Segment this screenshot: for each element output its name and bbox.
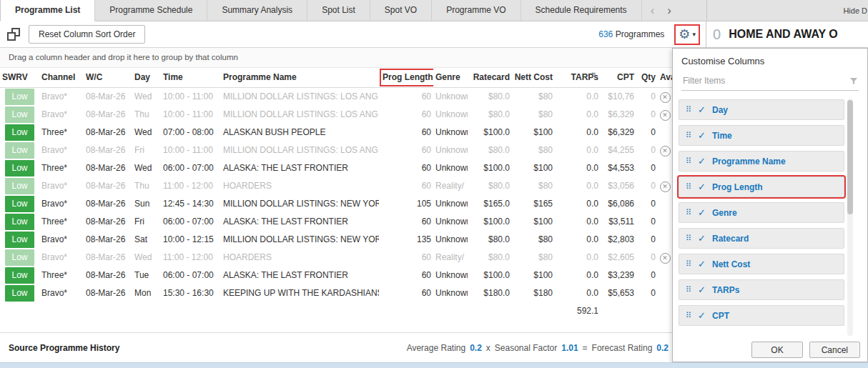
table-row[interactable]: Low Bravo* 08-Mar-26 Sat 10:00 - 12:15 M… <box>0 231 672 249</box>
exclude-icon[interactable]: ✕ <box>660 92 671 103</box>
panel-scrollbar[interactable] <box>847 99 853 336</box>
column-item[interactable]: ⠿ ✓ CPT <box>679 305 844 326</box>
forecast-rating-label: Forecast Rating <box>592 343 653 353</box>
cell-ratecard: $80.0 <box>468 249 512 267</box>
cell-wc: 08-Mar-26 <box>84 231 132 249</box>
gear-icon: ⚙ <box>679 28 690 41</box>
header-programme-name[interactable]: Programme Name <box>221 68 379 87</box>
cell-nett-cost: $80 <box>512 249 555 267</box>
header-ratecard[interactable]: Ratecard <box>468 68 512 87</box>
drag-handle-icon[interactable]: ⠿ <box>686 285 691 294</box>
drag-handle-icon[interactable]: ⠿ <box>686 311 691 320</box>
check-icon[interactable]: ✓ <box>698 130 706 141</box>
check-icon[interactable]: ✓ <box>698 181 706 192</box>
cell-wc: 08-Mar-26 <box>84 124 132 141</box>
cell-cpt: $3,239 <box>601 267 636 284</box>
column-item[interactable]: ⠿ ✓ Nett Cost <box>679 254 844 274</box>
drag-handle-icon[interactable]: ⠿ <box>686 105 691 114</box>
header-genre[interactable]: Genre <box>433 68 468 87</box>
table-row[interactable]: Low Three* 08-Mar-26 Tue 06:00 - 07:00 A… <box>0 267 672 284</box>
cell-time: 07:00 - 08:00 <box>161 124 221 141</box>
tab[interactable]: Spot List <box>307 0 370 21</box>
header-cpt[interactable]: CPT <box>601 68 636 87</box>
drag-handle-icon[interactable]: ⠿ <box>686 259 691 269</box>
tab[interactable]: Schedule Requirements <box>521 0 642 21</box>
column-item-list: ⠿ ✓ Day ⠿ ✓ Time ⠿ ✓ Programme Name ⠿ ✓ … <box>673 98 867 326</box>
drag-handle-icon[interactable]: ⠿ <box>686 208 691 217</box>
horizontal-scrollbar[interactable] <box>0 362 868 368</box>
sort-icon: ⇅ <box>591 68 596 85</box>
tab-label: Programme List <box>15 5 80 15</box>
check-icon[interactable]: ✓ <box>698 284 706 295</box>
cancel-button[interactable]: Cancel <box>809 342 860 358</box>
header-nett-cost[interactable]: Nett Cost <box>512 68 555 87</box>
check-icon[interactable]: ✓ <box>698 156 706 166</box>
check-icon[interactable]: ✓ <box>698 104 706 115</box>
table-row[interactable]: Low Bravo* 08-Mar-26 Fri 10:00 - 11:00 M… <box>0 141 672 159</box>
tab[interactable]: Summary Analysis <box>207 0 307 21</box>
exclude-icon[interactable]: ✕ <box>660 253 671 264</box>
filter-icon <box>849 76 858 87</box>
customise-columns-gear-button[interactable]: ⚙ ▾ <box>674 24 700 45</box>
header-avail[interactable]: Avail <box>658 68 672 87</box>
check-icon[interactable]: ✓ <box>698 259 706 269</box>
reset-column-sort-button[interactable]: Reset Column Sort Order <box>29 25 145 44</box>
drag-handle-icon[interactable]: ⠿ <box>686 234 691 243</box>
cell-ratecard: $80.0 <box>468 88 512 106</box>
filter-items-input[interactable] <box>681 73 859 89</box>
header-channel[interactable]: Channel <box>39 68 84 87</box>
tab[interactable]: Spot VO <box>370 0 432 21</box>
exclude-icon[interactable]: ✕ <box>660 110 671 121</box>
drag-handle-icon[interactable]: ⠿ <box>686 182 691 192</box>
cell-cpt: $2,605 <box>601 249 636 267</box>
header-wc[interactable]: W/C <box>84 68 132 87</box>
group-by-bar[interactable]: Drag a column header and drop it here to… <box>0 48 672 68</box>
prev-tab-button[interactable]: ‹ <box>651 1 655 21</box>
column-item-label: Prog Length <box>712 182 763 192</box>
exclude-icon[interactable]: ✕ <box>660 146 671 156</box>
table-row[interactable]: Low Bravo* 08-Mar-26 Wed 10:00 - 11:00 M… <box>0 88 672 106</box>
header-swrv[interactable]: SWRV <box>0 68 39 87</box>
hide-details-label[interactable]: Hide D <box>843 6 867 15</box>
table-row[interactable]: Low Three* 08-Mar-26 Fri 06:00 - 07:00 A… <box>0 213 672 231</box>
check-icon[interactable]: ✓ <box>698 310 706 321</box>
table-row[interactable]: Low Bravo* 08-Mar-26 Sun 12:45 - 14:30 M… <box>0 195 672 213</box>
tab[interactable]: Programme VO <box>432 0 521 21</box>
table-row[interactable]: Low Bravo* 08-Mar-26 Mon 15:30 - 16:30 K… <box>0 284 672 302</box>
column-item[interactable]: ⠿ ✓ Programme Name <box>679 151 844 171</box>
column-item-label: Ratecard <box>712 234 749 244</box>
tab[interactable]: Programme Schedule <box>95 0 207 21</box>
check-icon[interactable]: ✓ <box>698 207 706 218</box>
header-tarps[interactable]: ⇅TARPs <box>555 68 601 87</box>
drag-handle-icon[interactable]: ⠿ <box>686 131 691 140</box>
window-restore-icon[interactable] <box>7 28 20 41</box>
next-tab-button[interactable]: › <box>667 1 671 21</box>
table-row[interactable]: Low Bravo* 08-Mar-26 Wed 11:00 - 12:00 H… <box>0 249 672 267</box>
column-item[interactable]: ⠿ ✓ Time <box>679 125 844 146</box>
column-item[interactable]: ⠿ ✓ Day <box>679 99 844 120</box>
table-row[interactable]: Low Bravo* 08-Mar-26 Thu 11:00 - 12:00 H… <box>0 177 672 195</box>
header-time[interactable]: Time <box>161 68 221 87</box>
cell-tarps: 0.0 <box>555 249 601 267</box>
column-item[interactable]: ⠿ ✓ Ratecard <box>679 228 844 249</box>
header-qty[interactable]: Qty <box>636 68 658 87</box>
cell-cpt: $4,255 <box>601 141 636 159</box>
table-row[interactable]: Low Three* 08-Mar-26 Wed 06:00 - 07:00 A… <box>0 159 672 177</box>
header-prog-length[interactable]: Prog Length <box>379 68 433 87</box>
header-day[interactable]: Day <box>132 68 161 87</box>
tab[interactable]: Programme List <box>0 0 95 21</box>
table-row[interactable]: Low Three* 08-Mar-26 Wed 07:00 - 08:00 A… <box>0 124 672 141</box>
column-item[interactable]: ⠿ ✓ TARPs <box>679 279 844 300</box>
ok-button[interactable]: OK <box>751 342 802 358</box>
drag-handle-icon[interactable]: ⠿ <box>686 156 691 166</box>
cell-programme-name: ALASKAN BUSH PEOPLE <box>221 124 379 141</box>
cell-avail: ✕ <box>658 249 672 267</box>
cell-ratecard: $180.0 <box>468 284 512 302</box>
cell-avail: ✕ <box>658 124 672 141</box>
panel-scrollbar-thumb[interactable] <box>847 100 853 214</box>
table-row[interactable]: Low Bravo* 08-Mar-26 Thu 10:00 - 11:00 M… <box>0 106 672 124</box>
check-icon[interactable]: ✓ <box>698 233 706 244</box>
column-item[interactable]: ⠿ ✓ Genre <box>679 202 844 223</box>
column-item[interactable]: ⠿ ✓ Prog Length <box>679 176 844 197</box>
exclude-icon[interactable]: ✕ <box>660 181 671 192</box>
